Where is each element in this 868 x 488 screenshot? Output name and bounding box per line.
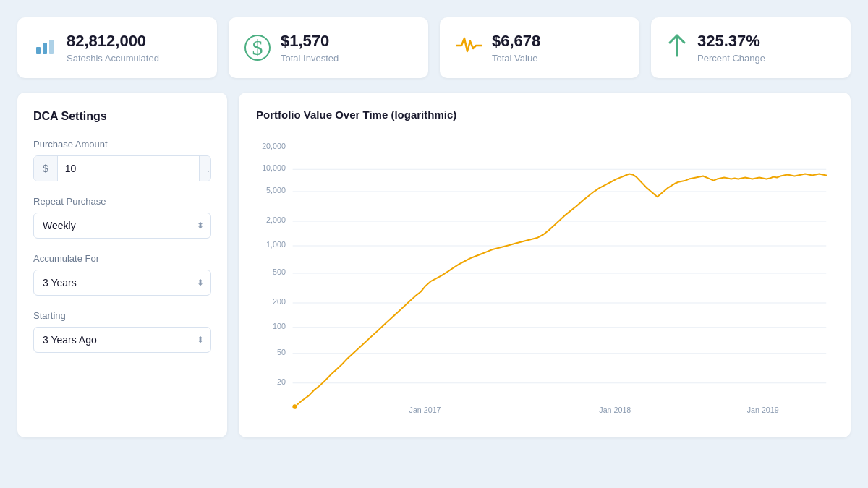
svg-text:5,000: 5,000	[266, 186, 286, 194]
portfolio-chart: 20,000 10,000 5,000 2,000 1,000 500 200 …	[256, 132, 833, 421]
svg-text:50: 50	[277, 348, 286, 356]
satoshis-value: 82,812,000	[67, 32, 159, 51]
cents-suffix: .00	[199, 156, 211, 181]
starting-select[interactable]: 1 Year Ago 2 Years Ago 3 Years Ago 4 Yea…	[33, 327, 211, 353]
svg-text:20,000: 20,000	[262, 142, 286, 150]
starting-label: Starting	[33, 310, 211, 321]
bars-icon	[33, 34, 56, 62]
svg-rect-2	[49, 40, 54, 54]
card-invested: $ $1,570 Total Invested	[229, 17, 428, 78]
svg-text:Jan 2019: Jan 2019	[747, 406, 779, 414]
chart-panel: Portfolio Value Over Time (logarithmic) …	[239, 93, 851, 437]
accumulate-for-select[interactable]: 1 Year 2 Years 3 Years 4 Years 5 Years	[33, 270, 211, 296]
card-satoshis-content: 82,812,000 Satoshis Accumulated	[67, 32, 159, 64]
portfolio-line	[295, 174, 827, 407]
dollar-prefix: $	[34, 156, 58, 181]
total-value-label: Total Value	[492, 53, 540, 64]
settings-title: DCA Settings	[33, 110, 211, 123]
svg-text:100: 100	[273, 322, 286, 330]
card-value-content: $6,678 Total Value	[492, 32, 540, 64]
svg-text:Jan 2017: Jan 2017	[409, 406, 441, 414]
total-value-value: $6,678	[492, 32, 540, 51]
purchase-amount-input[interactable]	[58, 156, 199, 181]
chart-start-dot	[292, 404, 298, 410]
percent-label: Percent Change	[697, 53, 765, 64]
chart-title: Portfolio Value Over Time (logarithmic)	[256, 108, 833, 121]
svg-text:10,000: 10,000	[262, 163, 286, 172]
svg-rect-1	[43, 43, 47, 54]
accumulate-select-wrapper: 1 Year 2 Years 3 Years 4 Years 5 Years ⬍	[33, 270, 211, 296]
main-row: DCA Settings Purchase Amount $ .00 Repea…	[17, 93, 851, 437]
svg-text:1,000: 1,000	[266, 240, 286, 249]
settings-panel: DCA Settings Purchase Amount $ .00 Repea…	[17, 93, 227, 437]
chart-container: 20,000 10,000 5,000 2,000 1,000 500 200 …	[256, 132, 833, 421]
repeat-purchase-group: Repeat Purchase Daily Weekly Monthly ⬍	[33, 196, 211, 239]
accumulate-for-label: Accumulate For	[33, 253, 211, 264]
repeat-purchase-label: Repeat Purchase	[33, 196, 211, 207]
satoshis-label: Satoshis Accumulated	[67, 53, 159, 64]
dollar-icon: $	[244, 35, 271, 61]
purchase-amount-group: Purchase Amount $ .00	[33, 139, 211, 181]
svg-text:2,000: 2,000	[266, 215, 286, 224]
svg-text:200: 200	[273, 297, 286, 306]
invested-value: $1,570	[281, 32, 339, 51]
svg-rect-0	[36, 47, 41, 54]
card-percent-content: 325.37% Percent Change	[697, 32, 765, 64]
svg-text:Jan 2018: Jan 2018	[599, 406, 631, 414]
purchase-amount-field[interactable]: $ .00	[33, 155, 211, 181]
top-cards-row: 82,812,000 Satoshis Accumulated $ $1,570…	[17, 17, 851, 78]
card-invested-content: $1,570 Total Invested	[281, 32, 339, 64]
percent-value: 325.37%	[697, 32, 765, 51]
svg-text:500: 500	[273, 267, 286, 276]
card-percent: 325.37% Percent Change	[651, 17, 851, 78]
repeat-select-wrapper: Daily Weekly Monthly ⬍	[33, 213, 211, 239]
starting-select-wrapper: 1 Year Ago 2 Years Ago 3 Years Ago 4 Yea…	[33, 327, 211, 353]
invested-label: Total Invested	[281, 53, 339, 64]
card-satoshis: 82,812,000 Satoshis Accumulated	[17, 17, 217, 78]
accumulate-for-group: Accumulate For 1 Year 2 Years 3 Years 4 …	[33, 253, 211, 296]
repeat-purchase-select[interactable]: Daily Weekly Monthly	[33, 213, 211, 239]
arrow-up-icon	[667, 33, 687, 64]
purchase-amount-label: Purchase Amount	[33, 139, 211, 150]
svg-text:20: 20	[277, 377, 286, 386]
card-total-value: $6,678 Total Value	[440, 17, 639, 78]
pulse-icon	[456, 35, 482, 61]
starting-group: Starting 1 Year Ago 2 Years Ago 3 Years …	[33, 310, 211, 353]
